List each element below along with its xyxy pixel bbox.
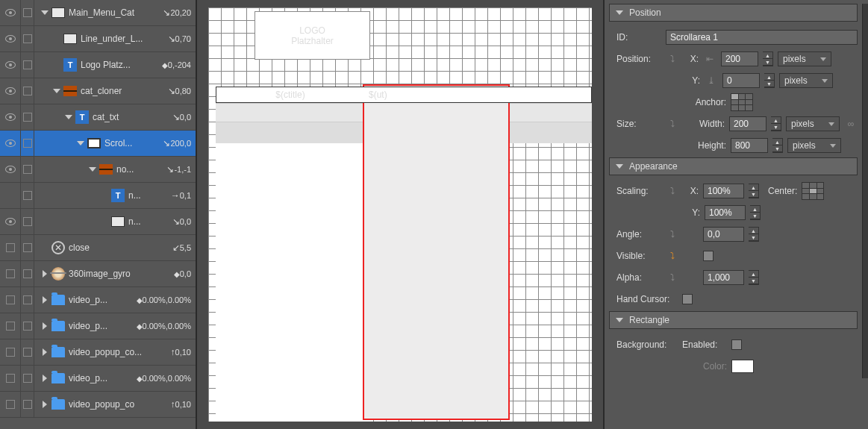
section-appearance[interactable]: Appearance	[609, 157, 858, 175]
expand-icon[interactable]	[89, 167, 96, 172]
input-width[interactable]: 200	[729, 116, 766, 131]
layer-row[interactable]: Line_under_L...0,70	[0, 26, 196, 52]
layer-row[interactable]: video_popup_co...0,10	[0, 339, 196, 366]
visibility-icon[interactable]	[5, 9, 16, 16]
visibility-box[interactable]	[6, 374, 15, 383]
lock-box[interactable]	[23, 113, 32, 122]
layer-row[interactable]: ✕close5,5	[0, 235, 196, 261]
input-pos-y[interactable]: 0	[722, 73, 760, 88]
input-scale-y[interactable]: 100%	[705, 205, 746, 220]
spinner-width[interactable]: ▲▼	[771, 116, 781, 131]
layer-row[interactable]: 360image_gyro0,0	[0, 261, 196, 287]
center-grid[interactable]	[802, 182, 824, 200]
spinner-scale-x[interactable]: ▲▼	[749, 184, 759, 198]
visibility-box[interactable]	[6, 322, 15, 331]
branch-icon-visible[interactable]: ⤵	[666, 249, 679, 263]
lock-box[interactable]	[23, 87, 32, 95]
input-pos-x[interactable]: 200	[721, 51, 758, 66]
lock-box[interactable]	[23, 217, 32, 226]
expand-icon[interactable]	[77, 141, 84, 145]
layer-row[interactable]: video_p...0.00%,0.00%	[0, 313, 196, 339]
visibility-icon[interactable]	[5, 218, 16, 225]
unit-height[interactable]: pixels	[787, 138, 841, 153]
unit-pos-y[interactable]: pixels	[779, 73, 833, 88]
expand-icon[interactable]	[43, 322, 47, 330]
input-scale-x[interactable]: 100%	[703, 184, 744, 198]
visibility-icon[interactable]	[5, 61, 16, 69]
lock-box[interactable]	[23, 139, 32, 148]
section-rectangle[interactable]: Rectangle	[609, 311, 858, 329]
expand-icon[interactable]	[65, 115, 72, 119]
lock-box[interactable]	[23, 295, 32, 304]
lock-box[interactable]	[23, 269, 32, 278]
title-strip[interactable]: $(ctitle) $(ut)	[216, 87, 592, 103]
visibility-icon[interactable]	[5, 140, 16, 147]
lock-box[interactable]	[23, 243, 32, 252]
lock-box[interactable]	[23, 348, 32, 357]
checkbox-visible[interactable]	[703, 251, 714, 261]
expand-icon[interactable]	[43, 348, 47, 356]
spinner-alpha[interactable]: ▲▼	[749, 270, 759, 285]
visibility-icon[interactable]	[5, 87, 16, 95]
visibility-icon[interactable]	[5, 113, 16, 121]
layer-row[interactable]: n...0,0	[0, 209, 196, 235]
layer-row[interactable]: video_p...0.00%,0.00%	[0, 287, 196, 313]
anchor-grid[interactable]	[731, 93, 753, 111]
align-icon[interactable]: ⇤	[703, 52, 716, 66]
visibility-icon[interactable]	[5, 166, 16, 173]
link-icon[interactable]: ∞	[844, 117, 858, 131]
lock-box[interactable]	[23, 374, 32, 383]
layer-row[interactable]: TLogo Platz...0,-204	[0, 52, 196, 78]
spinner-pos-y[interactable]: ▲▼	[764, 73, 775, 88]
visibility-icon[interactable]	[5, 35, 16, 43]
lock-box[interactable]	[23, 400, 32, 409]
branch-icon[interactable]: ⤵	[666, 52, 679, 66]
expand-icon[interactable]	[43, 375, 47, 382]
branch-icon-alpha[interactable]: ⤵	[666, 271, 679, 284]
scrollbar[interactable]	[862, 4, 868, 378]
visibility-box[interactable]	[6, 269, 15, 278]
layer-row[interactable]: Tcat_txt0,0	[0, 104, 196, 131]
expand-icon[interactable]	[53, 89, 60, 93]
lock-box[interactable]	[23, 322, 32, 331]
layer-row[interactable]: video_p...0.00%,0.00%	[0, 366, 196, 392]
selected-scrollarea[interactable]	[363, 84, 510, 420]
visibility-box[interactable]	[6, 400, 15, 409]
layer-row[interactable]: Main_Menu_Cat20,20	[0, 0, 196, 26]
layer-row[interactable]: Tn...0,1	[0, 183, 196, 209]
branch-icon-angle[interactable]: ⤵	[666, 228, 679, 241]
spinner-scale-y[interactable]: ▲▼	[750, 205, 761, 220]
layer-row[interactable]: video_popup_co0,10	[0, 392, 196, 418]
canvas[interactable]: LOGO Platzhalter $(ctitle) $(ut)	[208, 7, 592, 422]
expand-icon[interactable]	[41, 10, 49, 15]
section-position[interactable]: Position	[609, 4, 858, 22]
spinner-angle[interactable]: ▲▼	[749, 227, 759, 242]
lock-box[interactable]	[23, 165, 32, 174]
lock-box[interactable]	[23, 34, 32, 43]
logo-placeholder[interactable]: LOGO Platzhalter	[255, 11, 370, 60]
unit-pos-x[interactable]: pixels	[778, 51, 831, 66]
branch-icon-scaling[interactable]: ⤵	[666, 184, 679, 198]
lock-box[interactable]	[23, 191, 32, 200]
expand-icon[interactable]	[43, 401, 47, 408]
branch-icon-size[interactable]: ⤵	[666, 117, 679, 131]
layer-row[interactable]: Scrol...200,0	[0, 131, 196, 157]
lock-box[interactable]	[23, 8, 32, 17]
expand-icon[interactable]	[43, 296, 47, 304]
visibility-box[interactable]	[6, 348, 15, 357]
unit-width[interactable]: pixels	[786, 116, 840, 131]
input-alpha[interactable]: 1,000	[703, 270, 744, 285]
spinner-height[interactable]: ▲▼	[772, 138, 783, 153]
layer-row[interactable]: no...-1,-1	[0, 157, 196, 183]
visibility-box[interactable]	[6, 295, 15, 304]
checkbox-bg-enabled[interactable]	[731, 339, 742, 350]
visibility-box[interactable]	[6, 243, 15, 252]
spinner-pos-x[interactable]: ▲▼	[763, 51, 773, 66]
align-icon-y[interactable]: ⤓	[705, 74, 718, 87]
input-angle[interactable]: 0,0	[703, 227, 744, 242]
input-height[interactable]: 800	[731, 138, 768, 153]
lock-box[interactable]	[23, 60, 32, 69]
expand-icon[interactable]	[43, 270, 47, 278]
input-id[interactable]: Scrollarea 1	[666, 30, 858, 45]
layer-row[interactable]: cat_cloner0,80	[0, 78, 196, 104]
